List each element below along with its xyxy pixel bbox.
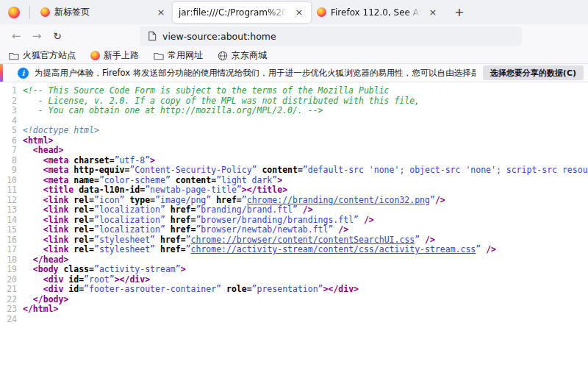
source-token-tag: />	[420, 235, 435, 245]
source-token-tag: />	[435, 195, 445, 205]
info-icon: i	[18, 68, 29, 79]
source-token-tag: <meta	[43, 165, 69, 175]
source-token-value: ”localization”	[94, 215, 165, 225]
source-token-value: ”light dark”	[216, 175, 277, 185]
bookmark-jd-mall[interactable]: 京东商城	[218, 49, 267, 62]
source-token-tag: <meta	[43, 155, 69, 165]
folder-icon	[154, 51, 164, 61]
source-token-attr: rel=	[68, 224, 94, 235]
source-token-attr: href=	[165, 204, 196, 215]
source-token-tag: <div	[43, 284, 64, 294]
address-bar[interactable]: view-source:about:home	[140, 26, 522, 46]
tab-close-icon[interactable]: ×	[427, 7, 439, 18]
reload-button[interactable]: ↻	[47, 26, 68, 46]
firefox-app-button[interactable]	[3, 2, 25, 23]
source-token-attr: rel=	[68, 204, 94, 215]
line-number: 24	[4, 315, 17, 325]
line-number: 12	[4, 196, 17, 206]
code-line: 10 <meta name=”color-scheme” content=”li…	[4, 176, 588, 186]
source-token-text	[23, 145, 33, 155]
source-token-value: ”default-src 'none'; object-src 'none'; …	[303, 165, 588, 175]
forward-button[interactable]: →	[26, 26, 47, 46]
source-token-attr: rel=	[68, 215, 94, 225]
source-token-tag: <link	[43, 195, 69, 205]
tab-jar-file-active[interactable]: jar:file:///C:/Program%20Files/Mo ×	[173, 2, 311, 23]
source-token-attr: http-equiv=	[68, 165, 129, 175]
source-token-value: ”root”	[84, 274, 115, 285]
new-tab-button[interactable]: +	[449, 3, 470, 22]
source-token-tag: <link	[43, 204, 69, 215]
source-token-attr: id=	[63, 274, 84, 285]
source-token-value: ”image/png”	[155, 195, 211, 205]
bookmark-common-sites[interactable]: 常用网址	[154, 49, 203, 62]
source-token-text	[23, 195, 43, 205]
source-token-tag: />	[359, 215, 374, 225]
source-token-tag: <head>	[33, 145, 64, 155]
tab-close-icon[interactable]: ×	[293, 7, 305, 18]
line-number: 13	[4, 205, 17, 215]
code-line: 7 <head>	[4, 146, 588, 156]
source-token-text	[23, 204, 43, 215]
source-token-attr: href=	[165, 224, 196, 235]
source-token-value: ”color-scheme”	[99, 175, 171, 185]
bookmarks-toolbar: 火狐官方站点 新手上路 常用网址 京东商城	[0, 48, 588, 63]
source-token-tag: ></title>	[242, 185, 287, 195]
source-token-comment: - License, v. 2.0. If a copy of the MPL …	[23, 96, 420, 106]
tab-close-icon[interactable]: ×	[155, 7, 167, 18]
line-number: 14	[4, 215, 17, 226]
source-token-text	[23, 165, 43, 175]
source-token-value: ”activity-stream”	[94, 264, 181, 274]
code-line: 13 <link rel=”localization” href=”brandi…	[4, 205, 588, 215]
back-button[interactable]: ←	[6, 26, 26, 46]
firefox-icon	[90, 51, 100, 60]
source-token-text	[23, 224, 43, 235]
bookmark-getting-started[interactable]: 新手上路	[90, 49, 139, 62]
source-token-value: ”	[430, 195, 435, 205]
tab-new-tab-page[interactable]: 新标签页 ×	[35, 2, 173, 23]
bookmark-firefox-official[interactable]: 火狐官方站点	[9, 49, 76, 62]
line-number: 10	[4, 176, 17, 186]
source-token-value: ”newtab-page-title”	[145, 185, 242, 195]
source-token-tag: </head>	[33, 254, 68, 265]
source-token-text	[23, 175, 43, 185]
source-token-value: ”footer-asrouter-container”	[84, 284, 221, 294]
source-token-text	[23, 185, 43, 195]
tab-firefox-release-notes[interactable]: Firefox 112.0, See All New Fea ×	[311, 2, 445, 23]
page-icon	[146, 31, 157, 41]
line-number: 3	[4, 106, 17, 116]
source-token-attr: class=	[58, 264, 93, 274]
source-token-value: ”localization”	[94, 204, 165, 215]
bookmark-label: 火狐官方站点	[23, 49, 76, 62]
source-token-text	[23, 274, 43, 285]
source-link[interactable]: chrome://browser/content/contentSearchUI…	[191, 235, 415, 245]
line-number: 6	[4, 136, 17, 146]
source-token-comment: <!-- This Source Code Form is subject to…	[23, 85, 390, 96]
source-token-attr: charset=	[68, 155, 114, 165]
source-token-attr: href=	[165, 215, 196, 225]
code-line: 22 </body>	[4, 295, 588, 305]
choose-shared-data-button[interactable]: 选择您要分享的数据(C)	[483, 65, 584, 80]
firefox-favicon-icon	[317, 7, 326, 17]
source-token-attr: content=	[257, 165, 303, 175]
code-line: 2 - License, v. 2.0. If a copy of the MP…	[4, 96, 588, 107]
line-number: 1	[4, 86, 17, 96]
source-token-tag: <link	[43, 235, 69, 245]
tab-label: Firefox 112.0, See All New Fea	[331, 7, 423, 18]
source-token-attr: rel=	[68, 235, 94, 245]
source-token-value: ”	[186, 235, 191, 245]
firefox-favicon-icon	[40, 7, 50, 17]
tab-bar: 新标签页 × jar:file:///C:/Program%20Files/Mo…	[0, 0, 588, 24]
source-token-tag: >	[181, 264, 186, 274]
navigation-toolbar: ← → ↻ view-source:about:home	[0, 24, 588, 48]
source-token-attr: href=	[211, 195, 242, 205]
source-link[interactable]: chrome://branding/content/icon32.png	[247, 195, 430, 205]
code-line: 15 <link rel=”localization” href=”browse…	[4, 225, 588, 235]
line-number: 4	[4, 116, 17, 126]
source-token-attr: href=	[155, 235, 186, 245]
source-link[interactable]: chrome://activity-stream/content/css/act…	[191, 244, 476, 254]
source-token-text	[23, 284, 43, 294]
notification-accent-stripe	[0, 64, 3, 82]
browser-window: { "tabs": { "items": [ { "label": "新标签页"…	[0, 0, 588, 392]
source-token-attr: href=	[155, 244, 186, 254]
line-number: 5	[4, 126, 17, 136]
